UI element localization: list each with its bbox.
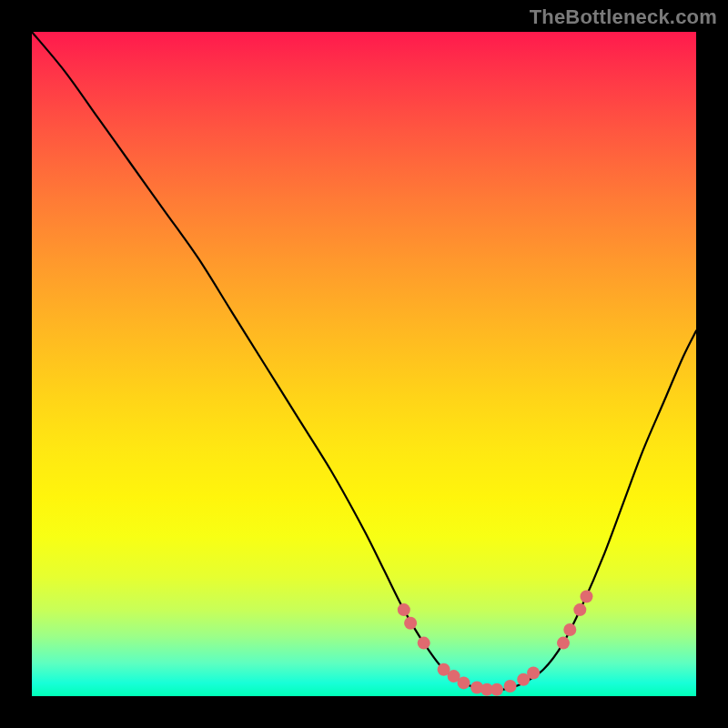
curve-marker (398, 603, 410, 616)
curve-marker (573, 603, 586, 616)
bottleneck-curve (32, 32, 696, 691)
curve-marker (527, 667, 540, 680)
plot-area (32, 32, 696, 696)
chart-frame: TheBottleneck.com (0, 0, 728, 728)
curve-svg (32, 32, 696, 696)
curve-marker (418, 637, 430, 650)
curve-marker (504, 680, 517, 693)
curve-marker (581, 591, 593, 603)
curve-marker (458, 676, 470, 689)
curve-marker (557, 637, 570, 650)
curve-marker (563, 623, 576, 636)
curve-marker (404, 617, 417, 630)
watermark-text: TheBottleneck.com (530, 5, 717, 29)
curve-markers (398, 591, 593, 696)
curve-marker (490, 683, 503, 696)
